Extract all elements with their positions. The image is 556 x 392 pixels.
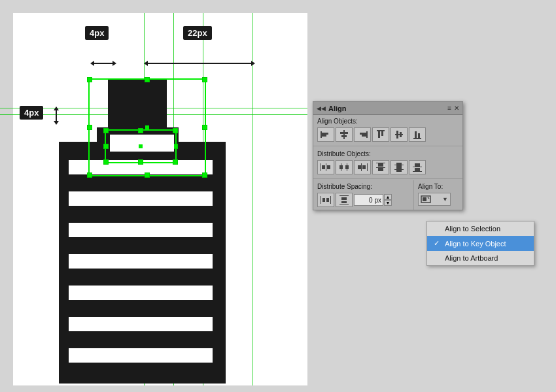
svg-rect-17 [418, 133, 420, 138]
svg-rect-38 [413, 167, 422, 167]
menu-item-align-key-object[interactable]: ✓ Align to Key Object [427, 236, 534, 251]
measure-label-4px-left: 4px [20, 106, 43, 120]
robot-body [59, 142, 226, 384]
menu-item-align-selection[interactable]: Align to Selection [427, 221, 534, 236]
svg-rect-26 [361, 163, 362, 171]
outer-handle-br [202, 172, 207, 178]
dist-top-v-btn[interactable] [372, 160, 389, 174]
svg-rect-5 [341, 135, 347, 137]
align-objects-buttons [313, 126, 462, 144]
svg-rect-2 [322, 135, 326, 137]
svg-rect-41 [415, 168, 420, 171]
v-guide-4 [252, 13, 252, 385]
outer-handle-tl [87, 77, 92, 82]
distribute-objects-label: Distribute Objects: [313, 148, 462, 159]
dist-bottom-v-btn[interactable] [409, 160, 426, 174]
section-divider-2 [313, 178, 462, 179]
spinner-down[interactable]: ▼ [384, 200, 392, 206]
dist-space-h-btn[interactable] [317, 193, 334, 207]
panel-title: Align [328, 105, 347, 112]
svg-rect-46 [339, 195, 349, 196]
svg-rect-3 [343, 130, 345, 139]
dropdown-arrow: ▼ [442, 196, 448, 203]
svg-rect-14 [400, 132, 402, 137]
svg-rect-8 [362, 135, 366, 137]
spacing-input-group: 0 px ▲ ▼ [354, 194, 392, 206]
svg-rect-33 [378, 168, 383, 171]
svg-rect-48 [341, 197, 347, 200]
svg-line-52 [428, 197, 429, 199]
section-divider-1 [313, 146, 462, 146]
panel-icons: ≡ ✕ [447, 105, 459, 112]
panel-collapse-icon[interactable]: ◀◀ [317, 105, 326, 112]
panel-menu-icon[interactable]: ≡ [447, 105, 451, 112]
stripe-4 [69, 254, 213, 269]
check-key-object: ✓ [434, 239, 442, 248]
align-center-v-btn[interactable] [391, 127, 408, 142]
svg-rect-49 [341, 201, 347, 203]
align-to-dropdown[interactable]: ▼ [418, 193, 451, 206]
dist-left-btn[interactable] [317, 160, 334, 174]
dist-center-h-btn[interactable] [336, 160, 353, 174]
svg-rect-40 [415, 163, 420, 167]
stripe-7 [69, 348, 213, 363]
check-selection [434, 225, 442, 233]
measure-arrow-22px [144, 61, 255, 66]
svg-rect-12 [395, 134, 403, 135]
align-bottom-btn[interactable] [409, 127, 426, 142]
outer-handle-mr [202, 125, 207, 130]
canvas-area: 4px 22px 4px [0, 0, 556, 392]
dist-center-v-btn[interactable] [391, 160, 408, 174]
svg-rect-18 [321, 163, 321, 171]
align-to-section: Align To: ▼ [413, 180, 462, 210]
svg-rect-20 [322, 165, 325, 169]
measure-label-4px-top: 4px [85, 26, 109, 40]
measure-arrow-4px-top [90, 61, 116, 66]
svg-rect-13 [396, 131, 398, 139]
panel-close-icon[interactable]: ✕ [454, 105, 459, 112]
svg-rect-27 [367, 163, 368, 171]
svg-rect-11 [381, 131, 383, 136]
svg-rect-4 [340, 132, 348, 134]
align-to-label: Align To: [414, 180, 462, 191]
outer-handle-bl [87, 172, 92, 178]
dist-right-btn[interactable] [354, 160, 371, 174]
svg-rect-31 [376, 167, 385, 168]
selection-box-outer [88, 78, 206, 176]
align-panel: ◀◀ Align ≡ ✕ Align Objects: [313, 101, 463, 210]
svg-rect-25 [345, 165, 349, 169]
menu-item-align-artboard[interactable]: Align to Artboard [427, 251, 534, 265]
stripe-2 [69, 191, 213, 206]
svg-rect-45 [326, 198, 329, 202]
align-to-menu: Align to Selection ✓ Align to Key Object… [426, 221, 534, 266]
svg-rect-6 [366, 131, 368, 138]
svg-rect-37 [396, 167, 402, 172]
spacing-input[interactable]: 0 px [354, 194, 383, 206]
measure-label-22px: 22px [183, 26, 212, 40]
align-objects-label: Align Objects: [313, 115, 462, 126]
distribute-objects-section: Distribute Objects: [313, 148, 462, 177]
svg-rect-28 [358, 165, 361, 169]
align-center-h-btn[interactable] [336, 127, 353, 142]
spinner-up[interactable]: ▲ [384, 194, 392, 200]
outer-handle-tr [202, 77, 207, 82]
svg-rect-42 [321, 196, 321, 204]
svg-rect-51 [423, 197, 426, 201]
svg-rect-32 [378, 163, 383, 167]
svg-rect-1 [322, 133, 328, 135]
dist-space-v-btn[interactable] [336, 193, 353, 207]
outer-handle-ml [87, 125, 92, 130]
check-artboard [434, 254, 442, 262]
outer-handle-bm [145, 172, 150, 178]
align-left-btn[interactable] [317, 127, 334, 142]
align-right-btn[interactable] [354, 127, 371, 142]
measure-arrow-4px-left [54, 106, 59, 125]
stripe-3 [69, 223, 213, 237]
outer-center-dot [145, 125, 149, 129]
distribute-spacing-section: Distribute Spacing: 0 px ▲ ▼ [313, 180, 413, 210]
distribute-objects-buttons [313, 159, 462, 177]
outer-handle-tm [145, 77, 150, 82]
svg-rect-7 [360, 133, 366, 135]
align-top-btn[interactable] [372, 127, 389, 142]
distribute-spacing-controls: 0 px ▲ ▼ [313, 191, 413, 210]
